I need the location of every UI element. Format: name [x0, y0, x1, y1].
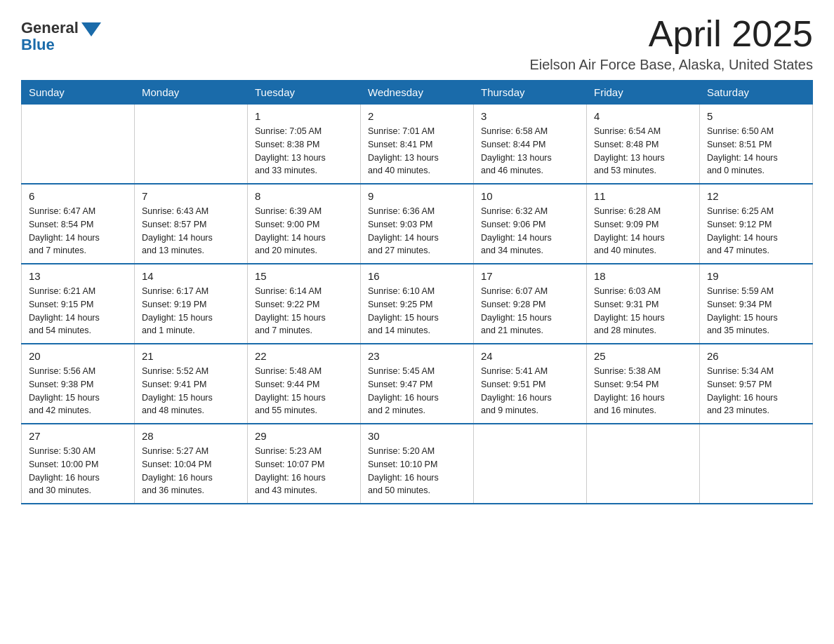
calendar-cell	[587, 424, 700, 504]
weekday-header-friday: Friday	[587, 81, 700, 105]
day-number: 2	[368, 110, 466, 122]
day-number: 22	[255, 350, 353, 362]
weekday-header-sunday: Sunday	[22, 81, 135, 105]
day-number: 1	[255, 110, 353, 122]
day-number: 21	[142, 350, 240, 362]
calendar-cell: 20Sunrise: 5:56 AM Sunset: 9:38 PM Dayli…	[22, 344, 135, 424]
day-info: Sunrise: 6:54 AM Sunset: 8:48 PM Dayligh…	[594, 125, 692, 177]
day-number: 3	[481, 110, 579, 122]
calendar-cell: 5Sunrise: 6:50 AM Sunset: 8:51 PM Daylig…	[700, 105, 813, 185]
day-info: Sunrise: 6:21 AM Sunset: 9:15 PM Dayligh…	[29, 285, 127, 337]
weekday-header-tuesday: Tuesday	[248, 81, 361, 105]
day-number: 26	[707, 350, 805, 362]
calendar-cell: 24Sunrise: 5:41 AM Sunset: 9:51 PM Dayli…	[474, 344, 587, 424]
day-number: 19	[707, 270, 805, 282]
day-info: Sunrise: 6:10 AM Sunset: 9:25 PM Dayligh…	[368, 285, 466, 337]
day-number: 17	[481, 270, 579, 282]
calendar-cell: 25Sunrise: 5:38 AM Sunset: 9:54 PM Dayli…	[587, 344, 700, 424]
day-info: Sunrise: 6:50 AM Sunset: 8:51 PM Dayligh…	[707, 125, 805, 177]
calendar-week-row: 1Sunrise: 7:05 AM Sunset: 8:38 PM Daylig…	[22, 105, 813, 185]
day-number: 30	[368, 430, 466, 442]
weekday-header-thursday: Thursday	[474, 81, 587, 105]
calendar-cell: 23Sunrise: 5:45 AM Sunset: 9:47 PM Dayli…	[361, 344, 474, 424]
day-info: Sunrise: 5:30 AM Sunset: 10:00 PM Daylig…	[29, 445, 127, 497]
day-info: Sunrise: 6:07 AM Sunset: 9:28 PM Dayligh…	[481, 285, 579, 337]
calendar-cell: 27Sunrise: 5:30 AM Sunset: 10:00 PM Dayl…	[22, 424, 135, 504]
calendar-week-row: 27Sunrise: 5:30 AM Sunset: 10:00 PM Dayl…	[22, 424, 813, 504]
day-info: Sunrise: 7:05 AM Sunset: 8:38 PM Dayligh…	[255, 125, 353, 177]
logo-blue: Blue	[21, 36, 55, 53]
day-info: Sunrise: 5:27 AM Sunset: 10:04 PM Daylig…	[142, 445, 240, 497]
weekday-header-monday: Monday	[135, 81, 248, 105]
weekday-header-wednesday: Wednesday	[361, 81, 474, 105]
logo-triangle-icon	[81, 22, 101, 36]
calendar-cell: 30Sunrise: 5:20 AM Sunset: 10:10 PM Dayl…	[361, 424, 474, 504]
day-number: 16	[368, 270, 466, 282]
day-info: Sunrise: 5:56 AM Sunset: 9:38 PM Dayligh…	[29, 365, 127, 417]
day-info: Sunrise: 5:20 AM Sunset: 10:10 PM Daylig…	[368, 445, 466, 497]
calendar-cell	[135, 105, 248, 185]
calendar-cell: 9Sunrise: 6:36 AM Sunset: 9:03 PM Daylig…	[361, 184, 474, 264]
day-info: Sunrise: 6:47 AM Sunset: 8:54 PM Dayligh…	[29, 205, 127, 257]
day-info: Sunrise: 6:03 AM Sunset: 9:31 PM Dayligh…	[594, 285, 692, 337]
day-info: Sunrise: 7:01 AM Sunset: 8:41 PM Dayligh…	[368, 125, 466, 177]
calendar-week-row: 20Sunrise: 5:56 AM Sunset: 9:38 PM Dayli…	[22, 344, 813, 424]
day-number: 27	[29, 430, 127, 442]
calendar-cell: 13Sunrise: 6:21 AM Sunset: 9:15 PM Dayli…	[22, 264, 135, 344]
day-number: 6	[29, 190, 127, 202]
location-title: Eielson Air Force Base, Alaska, United S…	[529, 57, 813, 73]
day-info: Sunrise: 6:14 AM Sunset: 9:22 PM Dayligh…	[255, 285, 353, 337]
day-number: 10	[481, 190, 579, 202]
calendar-cell	[700, 424, 813, 504]
calendar-cell: 7Sunrise: 6:43 AM Sunset: 8:57 PM Daylig…	[135, 184, 248, 264]
day-info: Sunrise: 6:28 AM Sunset: 9:09 PM Dayligh…	[594, 205, 692, 257]
day-number: 15	[255, 270, 353, 282]
day-info: Sunrise: 5:59 AM Sunset: 9:34 PM Dayligh…	[707, 285, 805, 337]
calendar-cell: 3Sunrise: 6:58 AM Sunset: 8:44 PM Daylig…	[474, 105, 587, 185]
day-number: 29	[255, 430, 353, 442]
day-info: Sunrise: 6:39 AM Sunset: 9:00 PM Dayligh…	[255, 205, 353, 257]
day-number: 5	[707, 110, 805, 122]
logo-general: General	[21, 20, 79, 36]
calendar-cell: 11Sunrise: 6:28 AM Sunset: 9:09 PM Dayli…	[587, 184, 700, 264]
calendar-cell: 21Sunrise: 5:52 AM Sunset: 9:41 PM Dayli…	[135, 344, 248, 424]
calendar-cell: 6Sunrise: 6:47 AM Sunset: 8:54 PM Daylig…	[22, 184, 135, 264]
day-info: Sunrise: 6:58 AM Sunset: 8:44 PM Dayligh…	[481, 125, 579, 177]
day-number: 14	[142, 270, 240, 282]
weekday-header-saturday: Saturday	[700, 81, 813, 105]
day-info: Sunrise: 5:41 AM Sunset: 9:51 PM Dayligh…	[481, 365, 579, 417]
day-info: Sunrise: 5:45 AM Sunset: 9:47 PM Dayligh…	[368, 365, 466, 417]
calendar-cell: 19Sunrise: 5:59 AM Sunset: 9:34 PM Dayli…	[700, 264, 813, 344]
day-info: Sunrise: 6:25 AM Sunset: 9:12 PM Dayligh…	[707, 205, 805, 257]
calendar-cell: 4Sunrise: 6:54 AM Sunset: 8:48 PM Daylig…	[587, 105, 700, 185]
day-number: 24	[481, 350, 579, 362]
day-number: 13	[29, 270, 127, 282]
calendar-week-row: 13Sunrise: 6:21 AM Sunset: 9:15 PM Dayli…	[22, 264, 813, 344]
calendar-cell: 1Sunrise: 7:05 AM Sunset: 8:38 PM Daylig…	[248, 105, 361, 185]
day-number: 12	[707, 190, 805, 202]
logo: General Blue	[21, 20, 101, 53]
day-number: 25	[594, 350, 692, 362]
day-info: Sunrise: 5:34 AM Sunset: 9:57 PM Dayligh…	[707, 365, 805, 417]
day-info: Sunrise: 6:17 AM Sunset: 9:19 PM Dayligh…	[142, 285, 240, 337]
day-number: 18	[594, 270, 692, 282]
calendar-cell: 14Sunrise: 6:17 AM Sunset: 9:19 PM Dayli…	[135, 264, 248, 344]
calendar-body: 1Sunrise: 7:05 AM Sunset: 8:38 PM Daylig…	[22, 105, 813, 504]
day-info: Sunrise: 6:32 AM Sunset: 9:06 PM Dayligh…	[481, 205, 579, 257]
day-number: 8	[255, 190, 353, 202]
calendar-cell: 12Sunrise: 6:25 AM Sunset: 9:12 PM Dayli…	[700, 184, 813, 264]
calendar-cell: 15Sunrise: 6:14 AM Sunset: 9:22 PM Dayli…	[248, 264, 361, 344]
calendar-cell: 8Sunrise: 6:39 AM Sunset: 9:00 PM Daylig…	[248, 184, 361, 264]
day-info: Sunrise: 5:38 AM Sunset: 9:54 PM Dayligh…	[594, 365, 692, 417]
calendar-cell: 16Sunrise: 6:10 AM Sunset: 9:25 PM Dayli…	[361, 264, 474, 344]
calendar-cell: 28Sunrise: 5:27 AM Sunset: 10:04 PM Dayl…	[135, 424, 248, 504]
calendar-table: SundayMondayTuesdayWednesdayThursdayFrid…	[21, 80, 813, 504]
calendar-cell	[22, 105, 135, 185]
calendar-cell: 10Sunrise: 6:32 AM Sunset: 9:06 PM Dayli…	[474, 184, 587, 264]
weekday-header-row: SundayMondayTuesdayWednesdayThursdayFrid…	[22, 81, 813, 105]
calendar-header: SundayMondayTuesdayWednesdayThursdayFrid…	[22, 81, 813, 105]
calendar-cell: 22Sunrise: 5:48 AM Sunset: 9:44 PM Dayli…	[248, 344, 361, 424]
calendar-cell: 17Sunrise: 6:07 AM Sunset: 9:28 PM Dayli…	[474, 264, 587, 344]
day-number: 20	[29, 350, 127, 362]
day-number: 23	[368, 350, 466, 362]
